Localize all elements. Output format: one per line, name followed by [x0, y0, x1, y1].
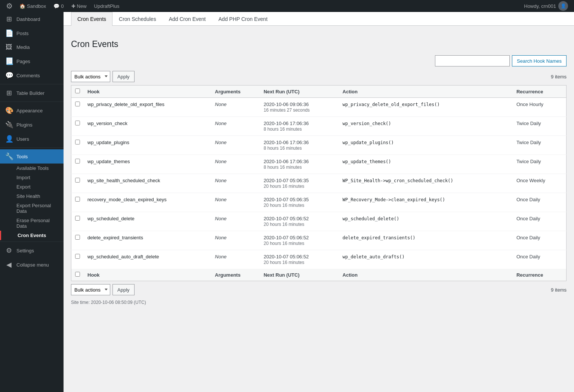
menu-separator-1 [0, 84, 64, 84]
plugins-icon: 🔌 [5, 121, 13, 129]
adminbar-site-name[interactable]: 🏠 Sandbox [16, 0, 50, 12]
sidebar-item-settings[interactable]: ⚙ Settings [0, 243, 64, 258]
pages-icon: 📃 [5, 57, 13, 65]
row-checkbox-6[interactable] [75, 216, 80, 221]
row-checkbox-2[interactable] [75, 140, 80, 144]
hook-name-cell: wp_privacy_delete_old_export_files [84, 98, 211, 117]
row-checkbox-cell [71, 98, 84, 117]
row-checkbox-cell [71, 136, 84, 155]
sidebar-subitem-cron-events[interactable]: Cron Events [0, 231, 64, 240]
recurrence-cell: Once Weekly [513, 174, 567, 193]
sidebar-item-plugins[interactable]: 🔌 Plugins [0, 118, 64, 132]
menu-separator-4 [0, 242, 64, 242]
sidebar-item-media[interactable]: 🖼 Media [0, 40, 64, 54]
select-all-checkbox-bottom[interactable] [75, 272, 80, 277]
next-run-cell: 2020-10-06 09:06:36 16 minutes 27 second… [260, 98, 339, 117]
menu-separator-3 [0, 147, 64, 148]
arguments-cell: None [211, 174, 260, 193]
sidebar-item-dashboard[interactable]: ⊞ Dashboard [0, 12, 64, 26]
action-cell: wp_delete_auto_drafts() [339, 250, 513, 269]
appearance-icon: 🎨 [5, 106, 13, 115]
action-column-header: Action [339, 85, 513, 98]
table-header-row: Hook Arguments Next Run (UTC) Action Rec… [71, 85, 567, 98]
tools-icon: 🔧 [5, 152, 13, 161]
sidebar-subitem-export-personal-data[interactable]: Export Personal Data [0, 201, 64, 216]
recurrence-cell: Once Daily [513, 193, 567, 212]
next-run-cell: 2020-10-07 05:06:52 20 hours 16 minutes [260, 231, 339, 250]
sidebar-subitem-export[interactable]: Export [0, 182, 64, 192]
sidebar-subitem-site-health[interactable]: Site Health [0, 192, 64, 201]
dashboard-icon: ⊞ [5, 15, 13, 23]
tablenav-top: Bulk actions Apply 9 items [71, 71, 567, 82]
table-row: wp_privacy_delete_old_export_files None … [71, 98, 567, 117]
admin-bar: ⚙ 🏠 Sandbox 💬 0 ✚ New UpdraftPlus Howdy,… [0, 0, 574, 12]
table-row: wp_update_plugins None 2020-10-06 17:06:… [71, 136, 567, 155]
row-checkbox-cell [71, 250, 84, 269]
tab-cron-events[interactable]: Cron Events [71, 12, 112, 26]
sidebar-item-appearance[interactable]: 🎨 Appearance [0, 103, 64, 118]
wp-logo-icon[interactable]: ⚙ [3, 1, 16, 10]
hook-column-footer: Hook [84, 269, 211, 281]
row-checkbox-0[interactable] [75, 102, 80, 106]
action-cell: delete_expired_transients() [339, 231, 513, 250]
bulk-actions-select-top[interactable]: Bulk actions [71, 71, 110, 82]
hook-name-cell: wp_scheduled_auto_draft_delete [84, 250, 211, 269]
search-hook-input[interactable] [435, 55, 510, 66]
arguments-cell: None [211, 250, 260, 269]
table-row: wp_site_health_scheduled_check None 2020… [71, 174, 567, 193]
tab-add-cron-event[interactable]: Add Cron Event [163, 12, 212, 26]
page-title: Cron Events [71, 39, 567, 49]
row-checkbox-8[interactable] [75, 254, 80, 259]
next-run-cell: 2020-10-06 17:06:36 8 hours 16 minutes [260, 155, 339, 174]
sidebar-item-comments[interactable]: 💬 Comments [0, 68, 64, 83]
next-run-cell: 2020-10-07 05:06:52 20 hours 16 minutes [260, 250, 339, 269]
site-time: Site time: 2020-10-06 08:50:09 (UTC) [71, 300, 567, 305]
row-checkbox-7[interactable] [75, 235, 80, 240]
apply-button-top[interactable]: Apply [112, 71, 135, 82]
arguments-cell: None [211, 117, 260, 136]
recurrence-cell: Once Daily [513, 231, 567, 250]
sidebar-item-users[interactable]: 👤 Users [0, 132, 64, 146]
table-row: wp_scheduled_delete None 2020-10-07 05:0… [71, 212, 567, 231]
table-row: recovery_mode_clean_expired_keys None 20… [71, 193, 567, 212]
row-checkbox-4[interactable] [75, 178, 80, 183]
next-run-cell: 2020-10-07 05:06:35 20 hours 16 minutes [260, 193, 339, 212]
next-run-column-footer: Next Run (UTC) [260, 269, 339, 281]
recurrence-cell: Twice Daily [513, 155, 567, 174]
row-checkbox-cell [71, 117, 84, 136]
adminbar-updraftplus[interactable]: UpdraftPlus [90, 0, 123, 12]
action-cell: WP_Recovery_Mode->clean_expired_keys() [339, 193, 513, 212]
hook-name-cell: wp_update_plugins [84, 136, 211, 155]
sidebar-item-posts[interactable]: 📄 Posts [0, 26, 64, 40]
tab-cron-schedules[interactable]: Cron Schedules [112, 12, 163, 26]
posts-icon: 📄 [5, 29, 13, 37]
row-checkbox-1[interactable] [75, 121, 80, 125]
recurrence-column-header: Recurrence [513, 85, 567, 98]
sidebar-subitem-import[interactable]: Import [0, 173, 64, 182]
next-run-cell: 2020-10-07 05:06:35 20 hours 16 minutes [260, 174, 339, 193]
apply-button-bottom[interactable]: Apply [112, 284, 135, 295]
sidebar-subitem-erase-personal-data[interactable]: Erase Personal Data [0, 216, 64, 231]
row-checkbox-3[interactable] [75, 159, 80, 164]
row-checkbox-5[interactable] [75, 197, 80, 202]
tab-add-php-cron-event[interactable]: Add PHP Cron Event [212, 12, 274, 26]
select-all-checkbox[interactable] [75, 88, 80, 93]
row-checkbox-cell [71, 193, 84, 212]
action-cell: wp_privacy_delete_old_export_files() [339, 98, 513, 117]
bulk-actions-select-bottom[interactable]: Bulk actions [71, 284, 110, 295]
table-row: wp_version_check None 2020-10-06 17:06:3… [71, 117, 567, 136]
sidebar-item-tools[interactable]: 🔧 Tools [0, 149, 64, 164]
items-count-top: 9 items [551, 74, 567, 80]
sidebar-item-table-builder[interactable]: ⊞ Table Builder [0, 86, 64, 100]
sidebar-item-collapse[interactable]: ◀ Collapse menu [0, 258, 64, 272]
adminbar-new[interactable]: ✚ New [68, 3, 90, 9]
hook-name-cell: wp_site_health_scheduled_check [84, 174, 211, 193]
adminbar-howdy[interactable]: Howdy, crn001 👤 [521, 1, 571, 11]
hook-name-cell: delete_expired_transients [84, 231, 211, 250]
row-checkbox-cell [71, 155, 84, 174]
adminbar-comments[interactable]: 💬 0 [50, 0, 67, 12]
sidebar-item-pages[interactable]: 📃 Pages [0, 54, 64, 68]
sidebar-subitem-available-tools[interactable]: Available Tools [0, 164, 64, 173]
recurrence-column-footer: Recurrence [513, 269, 567, 281]
search-hook-button[interactable]: Search Hook Names [512, 55, 567, 66]
